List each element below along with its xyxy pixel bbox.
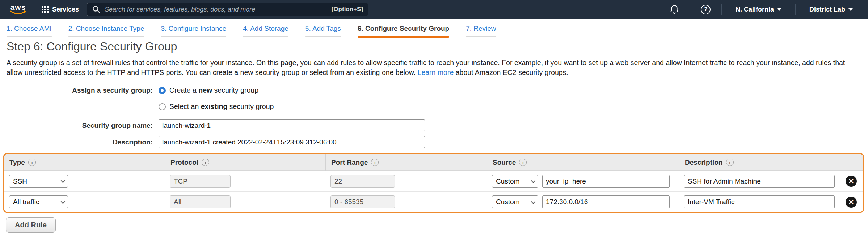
description-label: Description: (0, 138, 159, 146)
delete-rule-button[interactable]: ✕ (846, 176, 857, 187)
chevron-down-icon (848, 8, 853, 11)
rule-port-range-input (330, 195, 395, 208)
navbar-right-controls: ? N. California District Lab (666, 4, 859, 15)
rule-row-all-traffic: All traffic Custom ✕ (4, 191, 863, 212)
add-rule-button[interactable]: Add Rule (6, 217, 56, 233)
info-icon[interactable]: i (202, 159, 209, 166)
aws-smile-icon (9, 10, 27, 15)
assign-security-group-row: Assign a security group: Create a new se… (0, 86, 258, 94)
chevron-down-icon (61, 178, 66, 183)
step-tab-add-tags[interactable]: 5. Add Tags (305, 25, 341, 38)
step-tab-choose-instance-type[interactable]: 2. Choose Instance Type (68, 25, 144, 38)
services-menu-button[interactable]: Services (42, 6, 79, 13)
step-tab-configure-instance[interactable]: 3. Configure Instance (161, 25, 226, 38)
rules-table-header: Type i Protocol i Port Range i Source i … (4, 154, 863, 171)
radio-create-new-security-group[interactable]: Create a new security group (159, 86, 258, 94)
info-icon[interactable]: i (28, 159, 36, 166)
security-group-name-input[interactable] (159, 119, 425, 131)
wizard-steps: 1. Choose AMI 2. Choose Instance Type 3.… (7, 25, 496, 38)
chevron-down-icon (777, 8, 781, 11)
step-tab-review[interactable]: 7. Review (466, 25, 496, 38)
account-menu[interactable]: District Lab (803, 6, 859, 13)
aws-logo-text: aws (10, 4, 26, 10)
nav-divider (690, 4, 690, 15)
security-group-name-row: Security group name: (0, 119, 425, 131)
security-rules-table: Type i Protocol i Port Range i Source i … (3, 153, 864, 213)
delete-rule-button[interactable]: ✕ (846, 197, 857, 208)
global-search-input[interactable]: Search for services, features, blogs, do… (87, 3, 368, 16)
search-placeholder: Search for services, features, blogs, do… (105, 6, 332, 13)
radio-label: Select an existing security group (169, 102, 274, 111)
column-header-source: Source i (487, 154, 679, 171)
nav-divider (795, 4, 796, 15)
radio-select-existing-security-group[interactable]: Select an existing security group (159, 102, 274, 111)
rule-type-select[interactable]: SSH (9, 175, 68, 188)
info-icon[interactable]: i (519, 159, 527, 166)
rule-protocol-input (170, 195, 231, 208)
step-tab-configure-security-group[interactable]: 6. Configure Security Group (358, 25, 449, 38)
chevron-down-icon (61, 199, 66, 204)
rule-description-input[interactable] (684, 195, 835, 208)
radio-unselected-icon (159, 103, 166, 110)
rule-source-mode-select[interactable]: Custom (492, 195, 538, 208)
column-header-protocol: Protocol i (165, 154, 325, 171)
rule-port-range-input (330, 175, 395, 188)
top-navbar: aws Services Search for services, featur… (0, 0, 868, 19)
select-existing-row: Select an existing security group (0, 102, 274, 111)
rule-source-input[interactable] (542, 175, 670, 188)
info-icon[interactable]: i (371, 159, 379, 166)
account-label: District Lab (809, 6, 845, 13)
nav-divider (34, 4, 34, 15)
learn-more-link[interactable]: Learn more (418, 68, 454, 76)
rule-description-input[interactable] (684, 175, 835, 188)
info-icon[interactable]: i (726, 159, 734, 166)
rule-source-mode-select[interactable]: Custom (492, 175, 538, 188)
radio-label: Create a new security group (169, 86, 258, 94)
help-button[interactable]: ? (698, 5, 714, 14)
services-grid-icon (42, 6, 49, 13)
column-header-description: Description i (679, 154, 839, 171)
step-tab-add-storage[interactable]: 4. Add Storage (243, 25, 288, 38)
rule-type-select[interactable]: All traffic (9, 195, 68, 208)
radio-selected-icon (159, 87, 166, 94)
search-icon (92, 5, 100, 13)
assign-security-group-label: Assign a security group: (0, 87, 159, 94)
column-header-type: Type i (4, 154, 165, 171)
page-title: Step 6: Configure Security Group (7, 40, 177, 53)
intro-text-after: about Amazon EC2 security groups. (456, 68, 568, 76)
bell-icon (670, 4, 679, 14)
page-description: A security group is a set of firewall ru… (7, 58, 863, 77)
column-header-actions (839, 154, 863, 171)
step-tab-choose-ami[interactable]: 1. Choose AMI (7, 25, 52, 38)
search-shortcut-hint: [Option+S] (332, 6, 363, 13)
rule-protocol-input (170, 175, 231, 188)
nav-divider (721, 4, 722, 15)
column-header-port-range: Port Range i (325, 154, 487, 171)
security-group-description-input[interactable] (159, 136, 425, 148)
chevron-down-icon (531, 178, 536, 183)
region-label: N. California (736, 6, 774, 13)
description-row: Description: (0, 136, 425, 148)
rule-source-input[interactable] (542, 195, 670, 208)
security-group-name-label: Security group name: (0, 122, 159, 130)
notifications-button[interactable] (666, 4, 683, 14)
rule-row-ssh: SSH Custom ✕ (4, 171, 863, 191)
region-selector[interactable]: N. California (729, 6, 788, 13)
chevron-down-icon (531, 199, 536, 204)
services-label: Services (52, 6, 79, 13)
aws-logo[interactable]: aws (9, 4, 27, 15)
ec2-launch-wizard-page: aws Services Search for services, featur… (0, 0, 868, 236)
question-mark-icon: ? (701, 5, 711, 14)
